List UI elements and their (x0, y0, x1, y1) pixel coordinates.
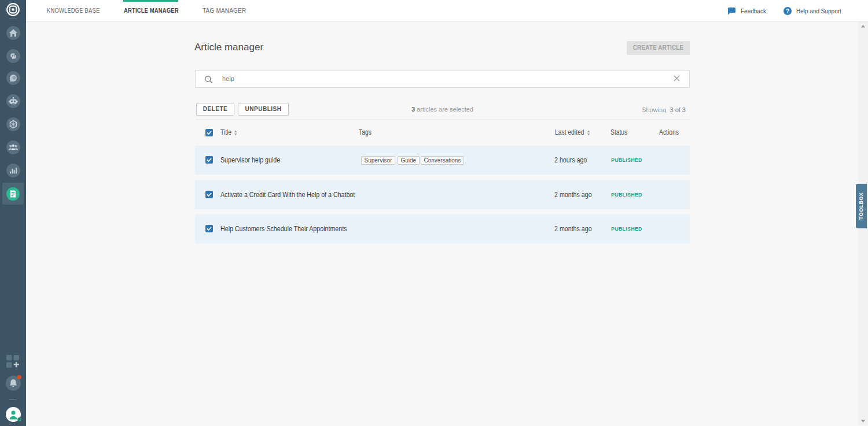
svg-text:?: ? (786, 8, 789, 14)
